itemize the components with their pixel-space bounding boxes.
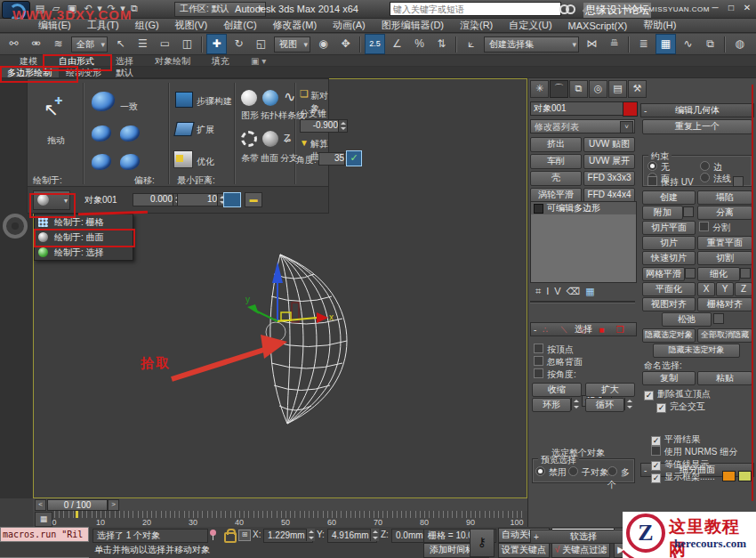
solve-surface-icon[interactable]: ▼	[300, 138, 309, 148]
ignore-backfacing-checkbox[interactable]: 忽略背面	[534, 356, 583, 368]
isoline-display-checkbox[interactable]: ✓等值线显示	[651, 458, 709, 471]
shapes-icon[interactable]	[241, 90, 257, 106]
schematic-view-icon[interactable]: ⧉	[700, 34, 720, 54]
menu-create[interactable]: 创建(C)	[215, 19, 264, 32]
render-setup-icon[interactable]: ⚙	[752, 34, 756, 54]
menu-group[interactable]: 组(G)	[127, 19, 167, 32]
mod-button-lathe[interactable]: 车削	[530, 154, 582, 169]
use-pivot-center-icon[interactable]: ◉	[313, 34, 334, 54]
make-planar-button[interactable]: 平面化	[642, 282, 696, 296]
reference-coordinate-dropdown[interactable]: 视图▾	[274, 36, 310, 53]
preview-subobj-radio[interactable]: 子对象	[568, 466, 608, 479]
reset-plane-button[interactable]: 重置平面	[697, 236, 752, 250]
mini-curve-editor-button[interactable]: ▦	[35, 512, 52, 527]
collapse-button[interactable]: 塌陷	[697, 190, 752, 205]
select-and-manipulate-icon[interactable]: ✥	[335, 34, 356, 54]
x-spinner[interactable]	[306, 529, 315, 541]
menu-customize[interactable]: 自定义(U)	[501, 19, 559, 32]
create-button[interactable]: 创建	[642, 190, 696, 205]
detach-button[interactable]: 分离	[697, 206, 752, 220]
hide-unselected-button[interactable]: 隐藏未选定对象	[653, 344, 740, 358]
draw-on-dropdown[interactable]: ▾	[33, 190, 70, 210]
loop-spinner[interactable]	[624, 398, 633, 410]
track-bar[interactable]: ▦ 0 10 20 30 40 50 60 70 80 90 100	[33, 511, 527, 528]
menu-rendering[interactable]: 渲染(R)	[452, 19, 501, 32]
pin-stack-icon[interactable]: ⌗	[535, 286, 541, 297]
select-and-rotate-icon[interactable]: ↻	[229, 34, 249, 54]
smooth-result-checkbox[interactable]: ✓平滑结果	[651, 433, 700, 446]
snap-toggle-25-icon[interactable]: 2.5	[365, 34, 385, 54]
unhide-all-button[interactable]: 全部取消隐藏	[697, 328, 752, 343]
solve-apply-button[interactable]: ✓	[346, 150, 362, 166]
mod-button-ffd3[interactable]: FFD 3x3x3	[583, 171, 635, 186]
current-frame-marker[interactable]	[76, 511, 78, 518]
menu-item-draw-on-surface[interactable]: 绘制于: 曲面	[35, 230, 133, 245]
quick-slice-button[interactable]: 快速切片	[642, 251, 696, 265]
edit-geometry-rollout-header[interactable]: -编辑几何体	[640, 103, 754, 117]
subtab-defaults[interactable]: 默认	[109, 67, 141, 77]
menu-graph-editors[interactable]: 图形编辑器(D)	[374, 19, 452, 32]
subobj-element-icon[interactable]: ❒	[615, 325, 625, 336]
show-end-result-icon[interactable]: I	[546, 286, 549, 297]
graphite-modeling-ribbon-toggle-icon[interactable]: ▦	[655, 34, 676, 54]
extend-icon[interactable]	[173, 122, 194, 136]
copy-button[interactable]: 复制	[642, 371, 696, 385]
surface-label[interactable]: 曲面	[261, 152, 278, 165]
bind-to-spacewarp-icon[interactable]: ≋	[48, 34, 68, 54]
y-spinner[interactable]	[370, 529, 379, 541]
view-align-button[interactable]: 视图对齐	[642, 297, 696, 311]
strip-option-button-2[interactable]: ▬	[245, 192, 262, 207]
ribbon-tab-modeling[interactable]: 建模	[9, 55, 48, 66]
mod-button-unwrap-uvw[interactable]: UVW 展开	[583, 154, 635, 169]
menu-help[interactable]: 帮助(H)	[635, 19, 684, 32]
shrink-button[interactable]: 收缩	[532, 383, 582, 397]
drag-tool-icon[interactable]: ↖✚	[44, 99, 59, 120]
show-cage-checkbox[interactable]: ✓显示框架......	[651, 471, 715, 483]
hide-selected-button[interactable]: 隐藏选定对象	[642, 328, 696, 343]
modifier-list-dropdown[interactable]: 修改器列表˅	[530, 119, 635, 133]
strips-icon[interactable]	[241, 131, 257, 147]
paste-button[interactable]: 粘贴	[697, 371, 752, 385]
delete-isolated-checkbox[interactable]: ✓删除孤立顶点	[644, 388, 711, 400]
minimize-button[interactable]: ─	[708, 2, 722, 14]
select-by-name-icon[interactable]: ☰	[133, 34, 153, 54]
shapes-label[interactable]: 图形	[241, 109, 259, 122]
absolute-offset-toggle-icon[interactable]: ⊞	[238, 530, 251, 541]
close-button[interactable]: ✕	[740, 2, 754, 14]
conform-rotate-brush-icon[interactable]	[120, 125, 140, 142]
maxscript-listener-line[interactable]: macros.run "Ril	[0, 527, 89, 542]
menu-views[interactable]: 视图(V)	[167, 19, 216, 32]
slice-plane-button[interactable]: 切片平面	[642, 221, 696, 235]
search-input[interactable]	[390, 2, 561, 16]
select-and-scale-icon[interactable]: ◱	[251, 34, 271, 54]
preserve-uv-checkbox[interactable]: 保持 UV	[647, 176, 694, 189]
tessellate-settings-button[interactable]	[740, 268, 751, 279]
menu-animation[interactable]: 动画(A)	[325, 19, 374, 32]
angle-snap-icon[interactable]: ∠	[387, 34, 407, 54]
branches-icon[interactable]: ʑ	[284, 129, 291, 144]
ribbon-tab-freeform[interactable]: 自由形式	[48, 55, 105, 66]
select-and-move-icon[interactable]: ✚	[206, 34, 227, 54]
preview-multi-radio[interactable]: 多个	[607, 466, 634, 491]
repeat-last-button[interactable]: 重复上一个	[642, 119, 752, 134]
time-slider-handle[interactable]: 0 / 100	[47, 499, 108, 511]
curve-editor-icon[interactable]: ∿	[678, 34, 698, 54]
selection-filter-dropdown[interactable]: 全部▾	[71, 36, 108, 53]
object-name-field[interactable]: 对象001	[530, 101, 632, 116]
subobj-border-icon[interactable]: ◇	[577, 325, 588, 336]
attach-list-button[interactable]	[683, 206, 694, 217]
modifier-stack[interactable]: 可编辑多边形	[530, 201, 637, 283]
drag-tool-label[interactable]: 拖动	[47, 134, 65, 147]
loop-button[interactable]: 循环	[585, 398, 624, 412]
cut-button[interactable]: 切割	[697, 251, 752, 265]
spinner-snap-icon[interactable]: ⇅	[431, 34, 452, 54]
conform-brush-icon[interactable]	[92, 92, 115, 111]
set-keys-big-button[interactable]: ⚷	[470, 529, 495, 557]
next-frame-button[interactable]: >	[108, 499, 119, 511]
constraint-normal-radio[interactable]: 法线	[700, 173, 731, 185]
planar-z-button[interactable]: Z	[735, 282, 752, 296]
msmooth-button[interactable]: 网格平滑	[642, 267, 685, 281]
branch-taper-field[interactable]: -0.900	[300, 119, 348, 133]
maximize-button[interactable]: □	[724, 2, 738, 14]
configure-modifier-sets-icon[interactable]: ▦	[585, 286, 594, 297]
